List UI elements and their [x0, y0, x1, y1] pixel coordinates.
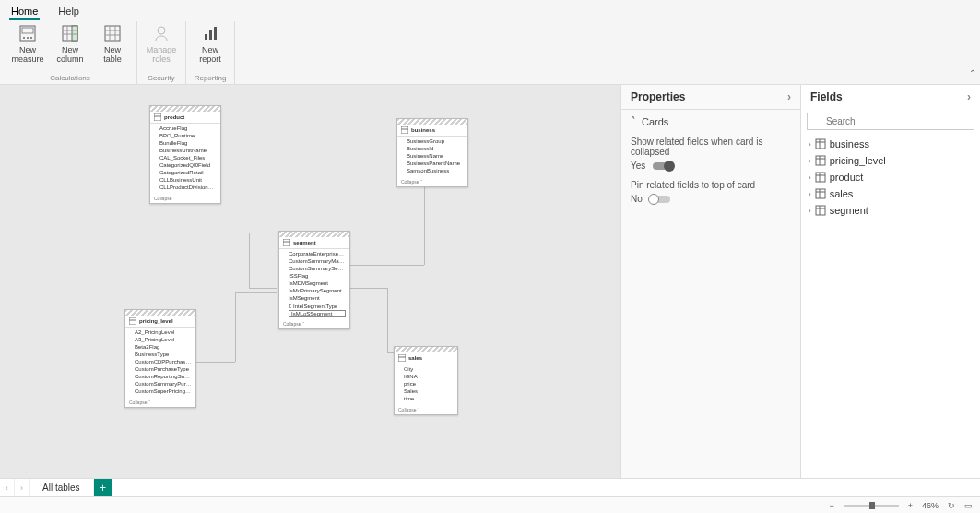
svg-rect-38 [816, 189, 825, 198]
zoom-out-button[interactable]: − [829, 501, 833, 510]
properties-section-cards[interactable]: ˄ Cards [621, 110, 800, 133]
card-body: CorporateEnterpriseFlag CustomSummaryMar… [279, 249, 349, 319]
zoom-in-button[interactable]: + [908, 501, 913, 510]
ribbon-group-label: Calculations [50, 74, 90, 84]
fullscreen-button[interactable]: ▭ [964, 501, 973, 510]
field-item-product[interactable]: › product [801, 169, 980, 185]
prop-pin-label: Pin related fields to top of card [631, 180, 791, 190]
ribbon-collapse-icon[interactable]: ⌃ [969, 68, 976, 78]
card-collapse[interactable]: Collapse ˄ [150, 194, 220, 203]
new-measure-button[interactable]: New measure [9, 23, 46, 64]
measure-icon [19, 23, 36, 43]
svg-rect-35 [816, 173, 825, 182]
report-icon [202, 23, 218, 43]
card-body: A2_PricingLevel A3_PricingLevel Beta2Fla… [125, 328, 195, 398]
toggle-related-fields[interactable] [653, 162, 673, 170]
column-icon [62, 23, 78, 43]
menu-bar: Home Help [0, 0, 980, 20]
card-body: AccrueFlag BPO_Runtime BundleFlag Busine… [150, 124, 220, 194]
svg-rect-32 [816, 156, 825, 165]
menu-help[interactable]: Help [58, 6, 79, 17]
zoom-slider[interactable] [844, 505, 899, 507]
card-business[interactable]: business BusinessGroup BusinessId Busine… [396, 118, 468, 187]
svg-rect-6 [72, 26, 77, 41]
ribbon-group-label: Security [148, 74, 175, 84]
field-item-business[interactable]: › business [801, 136, 980, 152]
card-collapse[interactable]: Collapse ˄ [397, 177, 467, 186]
new-report-button[interactable]: New report [192, 23, 229, 64]
card-sales[interactable]: sales City IGNA price Sales time Collaps… [394, 346, 458, 415]
chevron-up-icon: ˄ [631, 115, 636, 127]
svg-rect-17 [209, 30, 212, 40]
table-icon [815, 188, 826, 199]
svg-rect-16 [205, 34, 207, 40]
properties-panel: Properties › ˄ Cards Show related fields… [620, 85, 800, 478]
fit-to-page-button[interactable]: ↻ [948, 501, 955, 510]
tab-next-button[interactable]: › [15, 479, 30, 496]
card-body: BusinessGroup BusinessId BusinessName Bu… [397, 137, 467, 177]
chevron-right-icon[interactable]: › [967, 90, 971, 103]
toggle-pin-fields[interactable] [650, 196, 670, 203]
svg-point-3 [30, 37, 32, 39]
svg-rect-18 [214, 27, 217, 40]
ribbon-group-security: Manage roles Security [137, 21, 186, 84]
field-item-sales[interactable]: › sales [801, 185, 980, 202]
tab-bar: ‹ › All tables + [0, 478, 980, 496]
table-icon [815, 205, 826, 216]
toggle-value-yes: Yes [631, 161, 645, 171]
model-canvas[interactable]: product AccrueFlag BPO_Runtime BundleFla… [0, 85, 620, 478]
card-product[interactable]: product AccrueFlag BPO_Runtime BundleFla… [149, 105, 221, 204]
svg-rect-10 [105, 26, 120, 41]
card-collapse[interactable]: Collapse ˄ [395, 405, 457, 414]
fields-search-input[interactable] [807, 113, 974, 130]
tab-all-tables[interactable]: All tables [30, 479, 94, 496]
new-table-button[interactable]: New table [94, 23, 131, 64]
table-icon [815, 138, 826, 149]
svg-rect-21 [401, 126, 408, 134]
chevron-right-icon: › [809, 140, 811, 149]
fields-title: Fields [810, 90, 843, 103]
chevron-right-icon: › [809, 173, 811, 182]
field-item-segment[interactable]: › segment [801, 202, 980, 219]
fields-panel: Fields › 🔍 › business › pricing_level › [800, 85, 980, 478]
tab-add-button[interactable]: + [94, 479, 112, 496]
table-icon [815, 172, 826, 183]
chevron-right-icon[interactable]: › [787, 90, 791, 103]
toggle-value-no: No [631, 194, 643, 204]
status-bar: − + 46% ↻ ▭ [0, 496, 980, 513]
svg-point-2 [27, 37, 29, 39]
properties-title: Properties [631, 90, 685, 103]
ribbon-group-reporting: New report Reporting [186, 21, 235, 84]
card-collapse[interactable]: Collapse ˄ [125, 398, 195, 407]
svg-rect-23 [283, 239, 290, 246]
svg-rect-25 [129, 317, 136, 325]
field-item-pricing-level[interactable]: › pricing_level [801, 152, 980, 169]
card-pricing-level[interactable]: pricing_level A2_PricingLevel A3_Pricing… [124, 309, 196, 408]
svg-rect-29 [816, 139, 825, 149]
prop-related-label: Show related fields when card is collaps… [631, 137, 791, 157]
table-icon [104, 23, 121, 43]
roles-icon [153, 23, 170, 43]
ribbon: New measure New column New table Calcula… [0, 20, 980, 85]
svg-rect-19 [154, 113, 161, 121]
menu-home[interactable]: Home [11, 6, 38, 17]
tab-prev-button[interactable]: ‹ [0, 479, 15, 496]
svg-rect-4 [22, 28, 33, 33]
svg-point-15 [158, 27, 165, 34]
ribbon-group-calculations: New measure New column New table Calcula… [4, 21, 137, 84]
table-icon [815, 155, 826, 166]
svg-rect-27 [398, 354, 406, 362]
card-collapse[interactable]: Collapse ˄ [279, 319, 349, 328]
card-body: City IGNA price Sales time [395, 364, 457, 405]
chevron-right-icon: › [809, 207, 811, 215]
manage-roles-button[interactable]: Manage roles [143, 23, 180, 64]
zoom-percentage: 46% [922, 501, 939, 510]
card-segment[interactable]: segment CorporateEnterpriseFlag CustomSu… [278, 231, 350, 329]
svg-rect-41 [816, 206, 825, 215]
chevron-right-icon: › [809, 190, 811, 198]
ribbon-group-label: Reporting [195, 74, 227, 84]
svg-point-1 [23, 37, 25, 39]
chevron-right-icon: › [809, 157, 811, 165]
new-column-button[interactable]: New column [52, 23, 89, 64]
